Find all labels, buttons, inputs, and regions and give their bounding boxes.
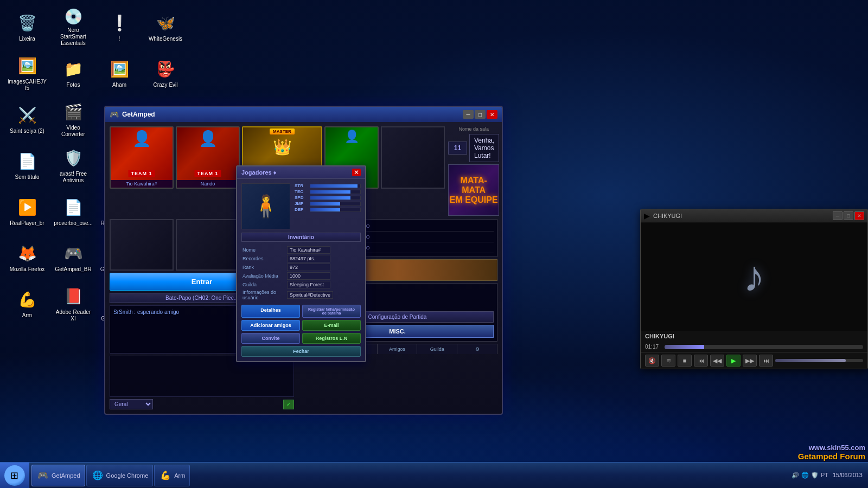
taskbar-right: 🔊 🌐 🛡️ PT 15/06/2013 [786,471,868,479]
icon-arm[interactable]: 💪 Arm [5,282,49,325]
info-guilda-label: Guilda [242,281,286,288]
maximize-button[interactable]: □ [475,110,486,119]
eq-button[interactable]: ≋ [661,355,675,367]
icon-label-mozilla: Mozilla Firefox [10,266,44,273]
info-user-value: Spiritual#Detective [287,290,360,300]
next-button[interactable]: ⏭ [759,355,773,367]
icon-label-video-converter: Video Converter [54,125,93,138]
icon-exclaim[interactable]: ❕ ! [98,5,141,49]
icon-mozilla[interactable]: 🦊 Mozilla Firefox [5,236,49,279]
player-popup: Jogadores ♦ ✕ 🧍 STR TEC [236,165,366,362]
icon-fotos[interactable]: 📁 Fotos [52,52,95,95]
info-user-row: Informações do usuário Spiritual#Detecti… [242,290,360,300]
stat-spd-bar [310,196,350,200]
invite-button[interactable]: Convite [241,333,300,344]
pt-flag: PT [821,472,828,478]
add-friends-button[interactable]: Adicionar amigos [241,320,300,331]
info-records-label: Recordes [242,255,286,262]
popup-btn-row-3: Convite Registros L.N [241,333,361,344]
records-button[interactable]: Registros L.N [302,333,361,344]
watermark: www.skin55.com Getamped Forum [798,444,865,461]
icon-label-fotos: Fotos [66,82,80,88]
icon-images[interactable]: 🖼️ imagesCAHEJYI5 [5,52,49,95]
player-slot-empty-3 [176,219,240,271]
chat-send-button[interactable]: ✓ [283,400,294,409]
icon-label-aham: Aham [112,82,126,88]
icon-video-converter[interactable]: 🎬 Video Converter [52,98,95,141]
window-icon: 🎮 [110,110,119,119]
icon-aham[interactable]: 🖼️ Aham [98,52,141,95]
player-info-table: Nome Tio Kawahira# Recordes 682497 pts. … [241,245,361,301]
icon-lixeira[interactable]: 🗑️ Lixeira [5,5,49,49]
stat-str-bar [310,184,358,188]
taskbar-getamped-label: GetAmped [52,472,80,479]
tab-settings-icon[interactable]: ⚙ [457,344,497,354]
start-button[interactable]: ⊞ [0,463,29,489]
fast-forward-button[interactable]: ▶▶ [743,355,757,367]
mute-button[interactable]: 🔇 [645,355,659,367]
music-note-icon: ♪ [743,252,765,301]
popup-btn-row-2: Adicionar amigos E-mail [241,320,361,331]
player-slot-empty-2 [110,219,174,271]
player-slot-2[interactable]: 👤 TEAM 1 Nando [176,126,240,189]
tab-guilda[interactable]: Guilda [417,344,457,354]
media-window-controls: ─ □ ✕ [833,211,864,220]
icon-label-exclaim: ! [119,36,120,42]
chat-channel-select[interactable]: Geral [110,399,153,409]
tray-icon-1: 🔊 [792,472,799,479]
rewind-button[interactable]: ◀◀ [710,355,724,367]
media-progress-bar[interactable] [665,345,863,349]
inventory-label: Inventário [241,233,361,242]
stop-button[interactable]: ■ [678,355,692,367]
icon-nero[interactable]: 💿 Nero StartSmart Essentials [52,5,95,49]
info-avaliacao-label: Avaliação Média [242,272,286,280]
close-button[interactable]: ✕ [487,110,497,119]
info-name-label: Nome [242,246,286,254]
prev-button[interactable]: ⏮ [694,355,708,367]
icon-avast[interactable]: 🛡️ avast! Free Antivirus [52,144,95,187]
taskbar-items: 🎮 GetAmped 🌐 Google Chrome 💪 Arm [29,463,786,488]
window-titlebar[interactable]: 🎮 GetAmped ─ □ ✕ [105,107,502,122]
desktop: 🗑️ Lixeira 💿 Nero StartSmart Essentials … [0,0,868,488]
room-name: Venha, Vamos Lutar! [469,134,499,162]
volume-bar[interactable] [775,359,863,362]
player-slot-1[interactable]: 👤 TEAM 1 Tio Kawahira# [110,126,174,189]
media-progress-fill [665,345,704,349]
track-name: CHIKYUGI [641,331,867,342]
game-mode-text: MATA-MATAEM EQUIPE [449,176,499,205]
media-restore-button[interactable]: □ [844,211,853,220]
icon-realplayer[interactable]: ▶️ RealPlayer_br [5,190,49,233]
taskbar-item-getamped[interactable]: 🎮 GetAmped [31,465,85,486]
stat-tec-bar [310,190,350,194]
icon-saint-seiya[interactable]: ⚔️ Saint seiya (2) [5,98,49,141]
email-button[interactable]: E-mail [302,320,361,331]
icon-label-arm: Arm [22,312,32,319]
icon-label-lixeira: Lixeira [19,36,35,42]
chat-message: SrSmith : esperando amigo [113,309,179,315]
register-button[interactable]: Registrar falha/permissão de batalha [302,305,361,318]
media-close-button[interactable]: ✕ [854,211,864,220]
watermark-url: www.skin55.com [798,444,865,452]
icon-whitegenesis[interactable]: 🦋 WhiteGenesis [144,5,187,49]
icon-adobe-reader[interactable]: 📕 Adobe Reader XI [52,282,95,325]
icon-label-avast: avast! Free Antivirus [54,171,93,184]
close-popup-button[interactable]: Fechar [241,346,361,357]
tab-amigos[interactable]: Amigos [378,344,418,354]
taskbar-item-arm[interactable]: 💪 Arm [154,465,190,486]
watermark-forum: Getamped Forum [798,452,865,461]
info-rank-value: 972 [287,264,360,271]
popup-content: 🧍 STR TEC [237,179,365,361]
icon-sem-titulo[interactable]: 📄 Sem título [5,144,49,187]
media-minimize-button[interactable]: ─ [833,211,843,220]
icon-label-saint-seiya: Saint seiya (2) [10,128,44,134]
media-player-window: ▶ CHIKYUGI ─ □ ✕ ♪ CHIKYUGI 01:17 🔇 ≋ ■ … [640,209,868,369]
icon-proverbio[interactable]: 📄 proverbio_ose... [52,190,95,233]
play-button[interactable]: ▶ [726,355,741,367]
popup-close-button[interactable]: ✕ [352,169,361,176]
icon-getamped-br[interactable]: 🎮 GetAmped_BR [52,236,95,279]
icon-crazy-evil[interactable]: 👺 Crazy Evil [144,52,187,95]
taskbar-item-chrome[interactable]: 🌐 Google Chrome [86,465,154,486]
details-button[interactable]: Detalhes [241,305,300,318]
popup-btn-row-1: Detalhes Registrar falha/permissão de ba… [241,305,361,318]
minimize-button[interactable]: ─ [463,110,474,119]
